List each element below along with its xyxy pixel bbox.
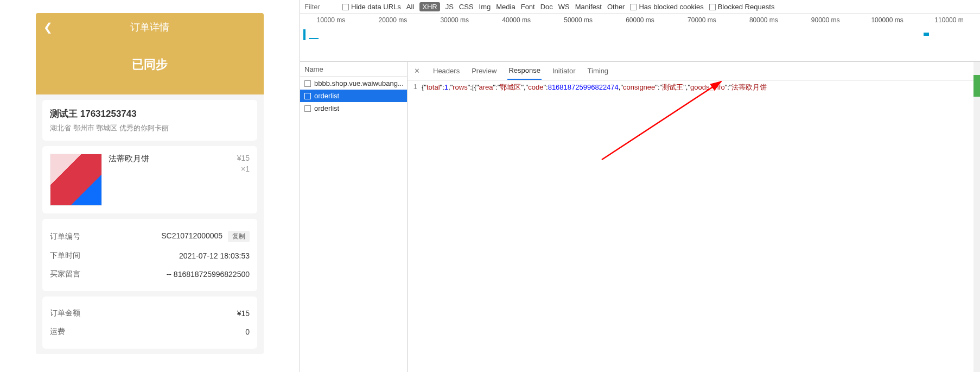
order-amount-card: 订单金额 ¥15 运费 0 bbox=[42, 297, 257, 349]
json-punct: ":" bbox=[493, 83, 500, 91]
json-value: 测试王 bbox=[662, 83, 683, 91]
json-punct: "," bbox=[683, 83, 690, 91]
line-number: 1 bbox=[412, 83, 422, 92]
mobile-frame: ❮ 订单详情 已同步 测试王 17631253743 湖北省 鄂州市 鄂城区 优… bbox=[36, 13, 264, 354]
checkbox-icon bbox=[304, 80, 311, 87]
json-key: total bbox=[427, 83, 440, 91]
filter-ws[interactable]: WS bbox=[558, 3, 570, 11]
tab-headers[interactable]: Headers bbox=[432, 62, 461, 79]
timeline-bar-icon bbox=[309, 38, 319, 39]
timeline-labels: 10000 ms 20000 ms 30000 ms 40000 ms 5000… bbox=[300, 14, 980, 26]
json-key: code bbox=[528, 83, 543, 91]
product-name: 法蒂欧月饼 bbox=[109, 154, 237, 164]
product-qty: ×1 bbox=[237, 165, 250, 173]
json-value: 法蒂欧月饼 bbox=[731, 83, 767, 91]
request-row[interactable]: bbbb.shop.vue.waiwubang... bbox=[300, 77, 407, 90]
hide-data-urls-label: Hide data URLs bbox=[351, 3, 401, 11]
request-row[interactable]: orderlist bbox=[300, 90, 407, 102]
shipping-value: 0 bbox=[245, 327, 250, 336]
response-json: {"total":1,"rows":[{"area":"鄂城区","code":… bbox=[422, 83, 767, 92]
blocked-requests-label: Blocked Requests bbox=[718, 3, 775, 11]
hide-data-urls-checkbox[interactable]: Hide data URLs bbox=[342, 3, 401, 11]
filter-media[interactable]: Media bbox=[496, 3, 515, 11]
json-key: consignee bbox=[623, 83, 655, 91]
request-name: orderlist bbox=[314, 92, 339, 100]
filter-js[interactable]: JS bbox=[446, 3, 454, 11]
network-lower-pane: Name bbbb.shop.vue.waiwubang... orderlis… bbox=[300, 62, 980, 372]
filter-manifest[interactable]: Manifest bbox=[575, 3, 602, 11]
filter-img[interactable]: Img bbox=[479, 3, 491, 11]
json-punct: ," bbox=[448, 83, 453, 91]
scrollbar-thumb[interactable] bbox=[973, 75, 980, 97]
response-body[interactable]: 1 {"total":1,"rows":[{"area":"鄂城区","code… bbox=[408, 80, 980, 94]
scrollbar-track[interactable] bbox=[973, 62, 980, 372]
tick: 20000 ms bbox=[362, 16, 424, 24]
filter-all[interactable]: All bbox=[406, 3, 414, 11]
tab-preview[interactable]: Preview bbox=[470, 62, 498, 79]
type-filters: All XHR JS CSS Img Media Font Doc WS Man… bbox=[406, 2, 625, 11]
filter-input[interactable] bbox=[304, 3, 337, 11]
amount-value: ¥15 bbox=[237, 309, 250, 318]
name-column-header[interactable]: Name bbox=[300, 62, 407, 77]
address-line: 湖北省 鄂州市 鄂城区 优秀的你阿卡丽 bbox=[50, 123, 250, 133]
filter-doc[interactable]: Doc bbox=[540, 3, 553, 11]
buyer-msg-label: 买家留言 bbox=[50, 269, 80, 279]
shipping-row: 运费 0 bbox=[50, 323, 250, 341]
request-row[interactable]: orderlist bbox=[300, 102, 407, 115]
tick: 100000 ms bbox=[856, 16, 918, 24]
product-image bbox=[50, 154, 102, 206]
copy-button[interactable]: 复制 bbox=[228, 231, 250, 242]
json-punct: ": bbox=[440, 83, 444, 91]
checkbox-icon bbox=[342, 4, 349, 10]
filter-other[interactable]: Other bbox=[607, 3, 625, 11]
amount-row: 订单金额 ¥15 bbox=[50, 304, 250, 323]
checkbox-icon bbox=[304, 105, 311, 112]
order-info-card: 订单编号 SC210712000005 复制 下单时间 2021-07-12 1… bbox=[42, 219, 257, 291]
json-punct: "," bbox=[521, 83, 528, 91]
address-card: 测试王 17631253743 湖北省 鄂州市 鄂城区 优秀的你阿卡丽 bbox=[42, 100, 257, 141]
json-punct: {" bbox=[422, 83, 427, 91]
blocked-requests-checkbox[interactable]: Blocked Requests bbox=[709, 3, 775, 11]
product-price-col: ¥15 ×1 bbox=[237, 154, 250, 206]
amount-label: 订单金额 bbox=[50, 308, 80, 318]
order-no-value: SC210712000005 复制 bbox=[161, 231, 250, 242]
request-name: orderlist bbox=[314, 104, 339, 112]
consignee-name: 测试王 17631253743 bbox=[50, 108, 250, 120]
order-no-row: 订单编号 SC210712000005 复制 bbox=[50, 226, 250, 247]
request-name: bbbb.shop.vue.waiwubang... bbox=[314, 79, 404, 87]
tick: 10000 ms bbox=[300, 16, 362, 24]
shipping-label: 运费 bbox=[50, 327, 65, 337]
tab-response[interactable]: Response bbox=[507, 62, 542, 80]
tick: 60000 ms bbox=[609, 16, 671, 24]
tick: 50000 ms bbox=[548, 16, 609, 24]
filter-xhr[interactable]: XHR bbox=[419, 2, 440, 11]
has-blocked-label: Has blocked cookies bbox=[639, 3, 703, 11]
order-time-label: 下单时间 bbox=[50, 251, 80, 261]
buyer-msg-value: -- 816818725996822500 bbox=[167, 270, 250, 279]
tab-initiator[interactable]: Initiator bbox=[551, 62, 577, 79]
mobile-header: ❮ 订单详情 bbox=[36, 13, 264, 41]
back-icon[interactable]: ❮ bbox=[43, 21, 53, 34]
product-price: ¥15 bbox=[237, 154, 250, 162]
filter-font[interactable]: Font bbox=[521, 3, 535, 11]
network-timeline[interactable]: 10000 ms 20000 ms 30000 ms 40000 ms 5000… bbox=[300, 14, 980, 62]
filter-css[interactable]: CSS bbox=[459, 3, 474, 11]
json-value: 1 bbox=[444, 83, 448, 91]
mobile-preview-pane: ❮ 订单详情 已同步 测试王 17631253743 湖北省 鄂州市 鄂城区 优… bbox=[0, 0, 300, 372]
close-icon[interactable]: ✕ bbox=[412, 64, 422, 78]
json-key: goods_info bbox=[690, 83, 725, 91]
tick: 90000 ms bbox=[794, 16, 856, 24]
order-no-label: 订单编号 bbox=[50, 232, 80, 242]
order-time-row: 下单时间 2021-07-12 18:03:53 bbox=[50, 247, 250, 265]
json-punct: ":[{" bbox=[468, 83, 479, 91]
has-blocked-cookies-checkbox[interactable]: Has blocked cookies bbox=[630, 3, 703, 11]
tab-timing[interactable]: Timing bbox=[587, 62, 610, 79]
tick: 80000 ms bbox=[733, 16, 794, 24]
json-value: 816818725996822474 bbox=[548, 83, 619, 91]
order-no-text: SC210712000005 bbox=[161, 231, 222, 240]
network-filter-toolbar: Hide data URLs All XHR JS CSS Img Media … bbox=[300, 0, 980, 14]
order-time-value: 2021-07-12 18:03:53 bbox=[179, 251, 250, 260]
json-value: 鄂城区 bbox=[500, 83, 521, 91]
timeline-bar-icon bbox=[303, 29, 306, 40]
detail-tabs: ✕ Headers Preview Response Initiator Tim… bbox=[408, 62, 980, 80]
